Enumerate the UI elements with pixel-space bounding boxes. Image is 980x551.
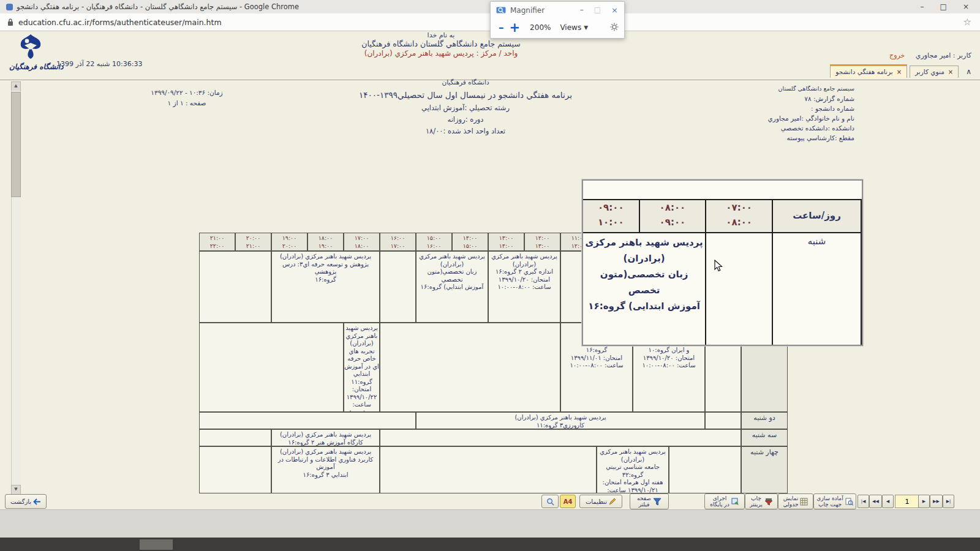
prepare-print-icon [845,498,853,506]
tab-user-menu[interactable]: × منوي کاربر [910,66,959,78]
schedule-course-cell: پرديس شهيد باهنر مرکزي(برادران)زبان تخصص… [416,251,488,323]
views-label: Views [560,23,581,32]
user-line: کاربر : امير مجاوري خروج [889,51,971,59]
zoom-in-button[interactable]: + [510,20,521,35]
schedule-hour-header: ۲۱:۰۰۲۲:۰۰ [199,233,235,251]
filter-label-line1: صفحه [637,495,651,501]
fast-prev-page-button[interactable]: ◀◀ [869,495,882,508]
report-time-line: زمان: ۱۰:۳۶ - ۱۳۹۹/۰۹/۲۲ [126,88,248,98]
lens-empty-cell [705,232,773,346]
lens-course-cell: پرديس شهيد باهنر مرکزی (برادران) زبان تخ… [582,232,706,346]
report-title: برنامه هفتگي دانشجو در نيمسال اول سال تح… [294,90,637,100]
scrollbar-down-arrow[interactable]: ▼ [11,485,21,495]
chevron-down-icon: ▼ [584,24,588,31]
run-label-line1: اجرای [710,495,729,501]
zoom-out-button[interactable]: – [499,21,504,34]
page-number-input[interactable] [895,495,919,508]
settings-label: تنظيمات [586,498,607,505]
schedule-course-cell: پرديس شهيد باهنر مرکزي (برادران)پژوهش و … [271,251,380,323]
filter-page-button[interactable]: صفحه فيلتر [630,493,669,509]
grid-view-label-line2: جدولي [783,501,799,508]
run-in-db-button[interactable]: اجرای در پايگاه [704,493,745,509]
tab-strip: ∧ × منوي کاربر × برنامه هفتگي دانشجو [827,63,975,78]
report-system-line: سيستم جامع دانشگاهي گلستان [652,84,854,94]
magnifier-maximize-button[interactable]: □ [594,6,601,15]
bookmark-star-icon[interactable]: ☆ [963,17,980,28]
grid-icon [800,498,808,506]
lens-day-cell: شنبه [772,232,862,346]
prev-page-button[interactable]: ◀ [882,495,894,508]
schedule-hour-header: ۱۳:۰۰۱۴:۰۰ [488,233,524,251]
settings-button[interactable]: تنظيمات [579,495,622,508]
schedule-hour-header: ۲۰:۰۰۲۱:۰۰ [235,233,271,251]
prepare-print-button[interactable]: آماده سازي جهت چاپ [813,493,856,509]
schedule-course-cell: پرديس شهيدباهنر مرکزي(برادران)تجربه هايخ… [344,323,380,412]
tab-label: منوي کاربر [915,68,944,75]
university-name-line: دانشگاه فرهنگيان [294,78,637,86]
grid-view-button[interactable]: نمايش جدولي [778,493,813,509]
scrollbar-thumb[interactable] [11,92,21,197]
prepare-label-line2: جهت چاپ [816,501,843,508]
datetime-text: 10:36:33 شنبه 22 آذر 1399 [56,60,142,68]
zoom-level-text: 200% [530,23,551,32]
magnifier-window[interactable]: Magnifier – □ × – + 200% Views ▼ [490,1,625,39]
a4-paper-button[interactable]: A4 [560,495,576,508]
report-info-left: زمان: ۱۰:۳۶ - ۱۳۹۹/۰۹/۲۲ صفحه : ۱ از ۱ [126,88,248,108]
schedule-empty-cell [199,323,344,412]
url-text[interactable]: education.cfu.ac.ir/forms/authenticateus… [18,18,222,27]
schedule-empty-cell [199,429,271,446]
schedule-empty-cell [380,446,597,493]
prepare-label-line1: آماده سازي [816,495,843,501]
magnifier-app-icon [496,7,506,14]
schedule-course-cell: پرديس شهيد باهنر مرکزي (برادران)کارورزي۳… [416,412,705,429]
maximize-button[interactable]: □ [940,2,947,11]
bismillah-text: به نام خدا [392,31,490,39]
gear-icon[interactable] [610,23,624,33]
magnifier-titlebar: Magnifier – □ × [491,2,624,18]
schedule-course-cell: پرديس شهيد باهنر مرکزي (برادران)کارگاه آ… [271,429,380,446]
close-button[interactable]: × [963,2,969,11]
grid-view-label-line1: نمايش [783,495,799,501]
first-page-button[interactable]: |◀ [858,495,869,508]
degree-line: مقطع :کارشناسي پيوسته [652,133,854,143]
major-line: رشته تحصيلي :آموزش ابتدايي [294,103,637,112]
tab-close-icon[interactable]: × [948,69,953,75]
lock-icon [7,18,13,26]
logout-link[interactable]: خروج [889,51,905,59]
unit-center-text: واحد / مرکز : پرديس شهيد باهنر مرکزي (بر… [318,49,564,58]
scrollbar-up-arrow[interactable]: ▲ [11,81,21,91]
units-line: تعداد واحد اخذ شده :۱۸/۰۰ [294,127,637,135]
back-button[interactable]: بازگشت [5,494,47,509]
schedule-course-cell: پرديس شهيد باهنر مرکزي(برادران)اندازه گي… [488,251,560,323]
magnifier-minimize-button[interactable]: – [580,6,584,15]
a4-label: A4 [564,498,573,505]
tab-close-icon[interactable]: × [897,69,902,75]
magnifier-close-button[interactable]: × [611,6,618,15]
taskbar-app-segment[interactable] [140,539,173,550]
student-number-line: شماره دانشجو : [652,103,854,113]
lens-magnified-table: روز/ساعت ۰۷:۰۰۰۸:۰۰ ۰۸:۰۰۰۹:۰۰ ۰۹:۰۰۱۰:۰… [583,199,862,346]
print-label-line1: چاپ [750,495,762,501]
funnel-icon [653,498,662,506]
lens-hour-cell: ۰۹:۰۰۱۰:۰۰ [582,199,640,233]
views-dropdown[interactable]: Views ▼ [560,23,588,32]
home-icon[interactable]: ∧ [962,66,975,78]
tab-weekly-schedule[interactable]: × برنامه هفتگي دانشجو [830,64,907,78]
schedule-course-cell: پرديس شهيد باهنر مرکزي(برادران)جامعه شنا… [597,446,669,493]
back-arrow-icon [33,498,41,505]
schedule-empty-cell [199,446,271,493]
magnifier-icon [546,498,554,506]
search-button[interactable] [541,495,559,508]
schedule-hour-header: ۱۴:۰۰۱۵:۰۰ [452,233,488,251]
minimize-button[interactable]: – [921,2,924,11]
lens-corner-cell: روز/ساعت [772,199,862,233]
next-page-button[interactable]: ▶ [918,495,930,508]
schedule-hour-header: ۱۲:۰۰۱۳:۰۰ [524,233,560,251]
student-name-line: نام و نام خانوادگي :امير مجاوري [652,113,854,123]
fast-next-page-button[interactable]: ▶▶ [930,495,943,508]
tab-label: برنامه هفتگي دانشجو [835,68,892,75]
schedule-day-cell: چهار شنبه [741,446,788,493]
print-label-line2: پرينتر [750,501,762,508]
last-page-button[interactable]: ▶| [943,495,954,508]
print-button[interactable]: چاپ پرينتر [745,493,778,509]
